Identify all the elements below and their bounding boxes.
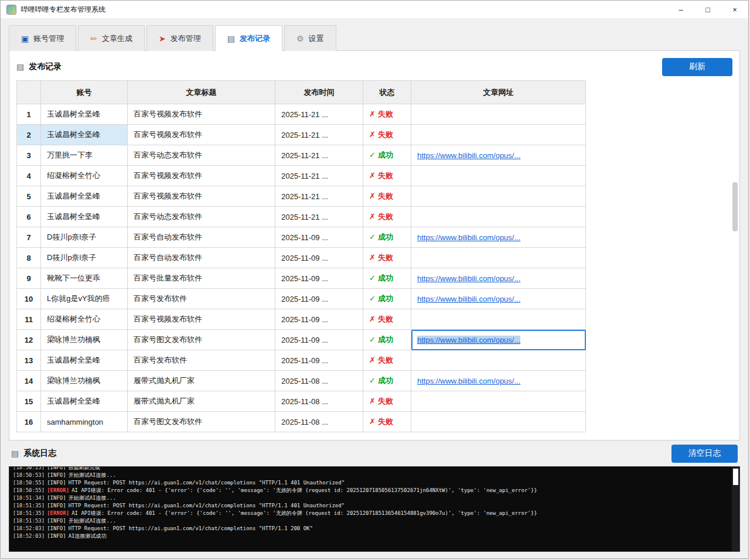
title-cell[interactable]: 履带式抛丸机厂家 (128, 371, 275, 391)
table-row[interactable]: 5 玉诚昌树全坚峰 百家号视频发布软件 2025-11-21 ... ✗失败 (17, 186, 586, 207)
account-cell[interactable]: D筱川p奈l奈子 (41, 248, 128, 268)
tab-generate[interactable]: ✏ 文章生成 (78, 25, 145, 51)
status-badge[interactable]: ✗失败 (363, 207, 411, 227)
table-row[interactable]: 15 玉诚昌树全坚峰 履带式抛丸机厂家 2025-11-08 ... ✗失败 (17, 391, 586, 412)
table-scrollbar-thumb[interactable] (732, 182, 738, 231)
clear-log-button[interactable]: 清空日志 (671, 445, 738, 463)
url-cell[interactable]: https://www.bilibili.com/opus/... (411, 371, 586, 391)
table-row[interactable]: 6 玉诚昌树全坚峰 百家号动态发布软件 2025-11-21 ... ✗失败 (17, 207, 586, 227)
table-row[interactable]: 14 梁咏博兰功楠枫 履带式抛丸机厂家 2025-11-08 ... ✓成功 h… (17, 371, 586, 391)
url-cell[interactable] (411, 166, 586, 186)
title-cell[interactable]: 百家号视频发布软件 (128, 104, 275, 125)
title-cell[interactable]: 百家号视频发布软件 (128, 166, 275, 186)
url-cell[interactable]: https://www.bilibili.com/opus/... (411, 330, 586, 350)
account-cell[interactable]: 万里挑一下李 (41, 145, 128, 166)
time-cell[interactable]: 2025-11-08 ... (275, 412, 363, 432)
url-cell[interactable]: https://www.bilibili.com/opus/... (411, 289, 586, 309)
table-row[interactable]: 9 靴靴下一位更乖 百家号批量发布软件 2025-11-09 ... ✓成功 h… (17, 268, 586, 289)
table-row[interactable]: 4 绍凝榕树全竹心 百家号视频发布软件 2025-11-21 ... ✗失败 (17, 166, 586, 186)
title-cell[interactable]: 百家号视频发布软件 (128, 125, 275, 145)
close-icon[interactable]: × (721, 1, 748, 18)
tab-settings[interactable]: ⚙ 设置 (284, 25, 336, 51)
time-cell[interactable]: 2025-11-21 ... (275, 104, 363, 125)
column-header-time[interactable]: 发布时间 (275, 81, 363, 104)
tab-records[interactable]: ▤ 发布记录 (215, 25, 282, 51)
table-row[interactable]: 2 玉诚昌树全坚峰 百家号视频发布软件 2025-11-21 ... ✗失败 (17, 125, 586, 145)
status-badge[interactable]: ✗失败 (363, 186, 411, 207)
row-number[interactable]: 16 (17, 412, 41, 432)
account-cell[interactable]: L你就g是vY我的癌 (41, 289, 128, 309)
url-cell[interactable] (411, 207, 586, 227)
url-cell[interactable] (411, 248, 586, 268)
article-url-link[interactable]: https://www.bilibili.com/opus/... (417, 295, 520, 303)
title-cell[interactable]: 百家号自动发布软件 (128, 248, 275, 268)
table-row[interactable]: 8 D筱川p奈l奈子 百家号自动发布软件 2025-11-09 ... ✗失败 (17, 248, 586, 268)
url-cell[interactable] (411, 412, 586, 432)
row-number[interactable]: 4 (17, 166, 41, 186)
row-number[interactable]: 10 (17, 289, 41, 309)
title-cell[interactable]: 百家号图文发布软件 (128, 412, 275, 432)
url-cell[interactable]: https://www.bilibili.com/opus/... (411, 268, 586, 289)
time-cell[interactable]: 2025-11-21 ... (275, 186, 363, 207)
account-cell[interactable]: D筱川p奈l奈子 (41, 227, 128, 248)
status-badge[interactable]: ✗失败 (363, 125, 411, 145)
row-number[interactable]: 11 (17, 309, 41, 330)
article-url-link[interactable]: https://www.bilibili.com/opus/... (417, 151, 520, 160)
row-number[interactable]: 15 (17, 391, 41, 412)
status-badge[interactable]: ✓成功 (363, 371, 411, 391)
table-row[interactable]: 3 万里挑一下李 百家号动态发布软件 2025-11-21 ... ✓成功 ht… (17, 145, 586, 166)
table-row[interactable]: 13 玉诚昌树全坚峰 百家号发布软件 2025-11-09 ... ✗失败 (17, 350, 586, 371)
status-badge[interactable]: ✓成功 (363, 227, 411, 248)
row-number[interactable]: 2 (17, 125, 41, 145)
row-number[interactable]: 8 (17, 248, 41, 268)
time-cell[interactable]: 2025-11-09 ... (275, 289, 363, 309)
article-url-link[interactable]: https://www.bilibili.com/opus/... (417, 233, 520, 242)
account-cell[interactable]: 靴靴下一位更乖 (41, 268, 128, 289)
url-cell[interactable] (411, 391, 586, 412)
status-badge[interactable]: ✗失败 (363, 166, 411, 186)
tab-accounts[interactable]: ▣ 账号管理 (9, 25, 76, 51)
url-cell[interactable] (411, 350, 586, 371)
title-cell[interactable]: 百家号动态发布软件 (128, 207, 275, 227)
title-cell[interactable]: 百家号发布软件 (128, 350, 275, 371)
row-number[interactable]: 5 (17, 186, 41, 207)
title-cell[interactable]: 百家号批量发布软件 (128, 268, 275, 289)
url-cell[interactable] (411, 125, 586, 145)
row-number[interactable]: 3 (17, 145, 41, 166)
time-cell[interactable]: 2025-11-21 ... (275, 166, 363, 186)
url-cell[interactable]: https://www.bilibili.com/opus/... (411, 227, 586, 248)
row-number[interactable]: 1 (17, 104, 41, 125)
column-header-status[interactable]: 状态 (363, 81, 411, 104)
time-cell[interactable]: 2025-11-21 ... (275, 207, 363, 227)
row-number[interactable]: 14 (17, 371, 41, 391)
account-cell[interactable]: 玉诚昌树全坚峰 (41, 350, 128, 371)
status-badge[interactable]: ✗失败 (363, 248, 411, 268)
account-cell[interactable]: 梁咏博兰功楠枫 (41, 371, 128, 391)
tab-publish[interactable]: ➤ 发布管理 (146, 25, 213, 51)
table-row[interactable]: 12 梁咏博兰功楠枫 百家号图文发布软件 2025-11-09 ... ✓成功 … (17, 330, 586, 350)
time-cell[interactable]: 2025-11-09 ... (275, 248, 363, 268)
console-scrollbar-thumb[interactable] (733, 469, 738, 485)
article-url-link[interactable]: https://www.bilibili.com/opus/... (417, 274, 520, 283)
row-number[interactable]: 12 (17, 330, 41, 350)
time-cell[interactable]: 2025-11-08 ... (275, 391, 363, 412)
url-cell[interactable] (411, 309, 586, 330)
minimize-icon[interactable]: – (667, 1, 694, 18)
time-cell[interactable]: 2025-11-09 ... (275, 227, 363, 248)
refresh-button[interactable]: 刷新 (662, 58, 732, 76)
row-number[interactable]: 9 (17, 268, 41, 289)
column-header-title[interactable]: 文章标题 (128, 81, 275, 104)
time-cell[interactable]: 2025-11-21 ... (275, 145, 363, 166)
url-cell[interactable] (411, 104, 586, 125)
status-badge[interactable]: ✗失败 (363, 350, 411, 371)
status-badge[interactable]: ✓成功 (363, 289, 411, 309)
table-row[interactable]: 11 绍凝榕树全竹心 百家号视频发布软件 2025-11-09 ... ✗失败 (17, 309, 586, 330)
title-cell[interactable]: 百家号自动发布软件 (128, 227, 275, 248)
row-number[interactable]: 7 (17, 227, 41, 248)
table-row[interactable]: 7 D筱川p奈l奈子 百家号自动发布软件 2025-11-09 ... ✓成功 … (17, 227, 586, 248)
article-url-link[interactable]: https://www.bilibili.com/opus/... (417, 336, 520, 344)
time-cell[interactable]: 2025-11-09 ... (275, 268, 363, 289)
article-url-link[interactable]: https://www.bilibili.com/opus/... (417, 377, 520, 385)
url-cell[interactable] (411, 186, 586, 207)
account-cell[interactable]: 玉诚昌树全坚峰 (41, 391, 128, 412)
